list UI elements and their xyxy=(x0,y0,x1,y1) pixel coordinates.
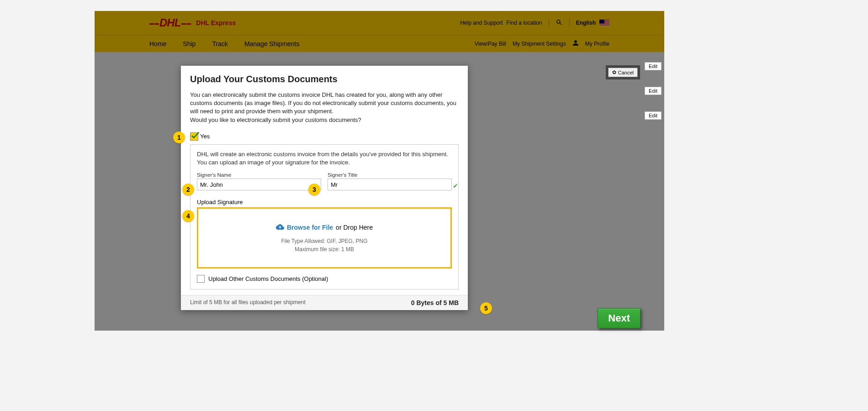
footer-limit-text: Limit of 5 MB for all files uploaded per… xyxy=(190,299,306,306)
signer-panel: DHL will create an electronic customs in… xyxy=(190,144,459,290)
yes-label: Yes xyxy=(200,133,210,140)
callout-3: 3 xyxy=(308,184,320,195)
nav-track[interactable]: Track xyxy=(212,40,228,47)
cancel-button[interactable]: ✿ Cancel xyxy=(608,68,638,77)
edit-button[interactable]: Edit xyxy=(645,111,662,120)
top-bar: DHL DHL Express Help and SupportFind a l… xyxy=(95,11,664,35)
callout-1: 1 xyxy=(173,132,185,143)
other-docs-checkbox[interactable] xyxy=(197,275,205,283)
modal-description: You can electronically submit the custom… xyxy=(190,91,459,124)
search-icon[interactable] xyxy=(556,19,563,27)
dropzone-hint: File Type Allowed: GIF, JPEG, PNG Maximu… xyxy=(281,237,367,253)
modal-footer: Limit of 5 MB for all files uploaded per… xyxy=(181,295,468,310)
callout-5: 5 xyxy=(480,302,492,314)
nav-viewpay[interactable]: View/Pay Bill xyxy=(475,41,506,47)
upload-signature-label: Upload Signature xyxy=(197,199,452,206)
yes-checkbox[interactable] xyxy=(190,132,198,141)
signature-dropzone[interactable]: Browse for File or Drop Here File Type A… xyxy=(197,207,452,269)
callout-2: 2 xyxy=(182,184,194,195)
modal-title: Upload Your Customs Documents xyxy=(190,74,459,84)
signer-name-input[interactable] xyxy=(197,179,321,190)
panel-info: DHL will create an electronic customs in… xyxy=(197,150,452,167)
signer-title-label: Signer's Title xyxy=(328,172,452,178)
edit-button[interactable]: Edit xyxy=(645,62,662,70)
nav-home[interactable]: Home xyxy=(149,40,166,47)
gear-icon: ✿ xyxy=(612,69,616,75)
find-location-link[interactable]: Find a location xyxy=(507,20,542,26)
cancel-label: Cancel xyxy=(618,70,634,75)
signer-title-input[interactable] xyxy=(328,179,452,190)
upload-section: Upload Signature Browse for File or Drop… xyxy=(197,199,452,269)
edit-button[interactable]: Edit xyxy=(645,87,662,95)
browse-file-link[interactable]: Browse for File xyxy=(287,224,333,231)
help-support-link[interactable]: Help and Support xyxy=(460,20,503,26)
next-button[interactable]: Next xyxy=(598,308,640,328)
other-docs-label: Upload Other Customs Documents (Optional… xyxy=(208,275,328,282)
flag-icon xyxy=(599,20,609,26)
callout-4: 4 xyxy=(182,210,194,222)
valid-check-icon: ✔ xyxy=(453,182,458,190)
nav-bar: Home Ship Track Manage Shipments View/Pa… xyxy=(95,35,664,52)
optional-row: Upload Other Customs Documents (Optional… xyxy=(197,275,452,283)
nav-manage[interactable]: Manage Shipments xyxy=(244,40,300,47)
or-drop-text: or Drop Here xyxy=(336,224,373,231)
brand-text: DHL Express xyxy=(196,19,236,26)
cloud-upload-icon xyxy=(276,223,284,232)
yes-row: Yes xyxy=(190,132,459,141)
language-label[interactable]: English xyxy=(576,20,596,26)
app-window: DHL DHL Express Help and SupportFind a l… xyxy=(95,11,664,331)
nav-ship[interactable]: Ship xyxy=(183,40,196,47)
side-buttons: Edit Edit Edit xyxy=(645,62,662,120)
nav-profile[interactable]: My Profile xyxy=(585,41,609,47)
top-bar-right: Help and SupportFind a location English xyxy=(460,19,609,27)
footer-usage-text: 0 Bytes of 5 MB xyxy=(411,299,459,306)
separator xyxy=(569,19,570,27)
profile-icon[interactable] xyxy=(572,40,579,47)
separator xyxy=(549,19,549,27)
dhl-logo: DHL xyxy=(149,16,191,29)
customs-upload-modal: Upload Your Customs Documents You can el… xyxy=(181,66,468,310)
nav-settings[interactable]: My Shipment Settings xyxy=(513,41,566,47)
signer-name-label: Signer's Name xyxy=(197,172,321,178)
